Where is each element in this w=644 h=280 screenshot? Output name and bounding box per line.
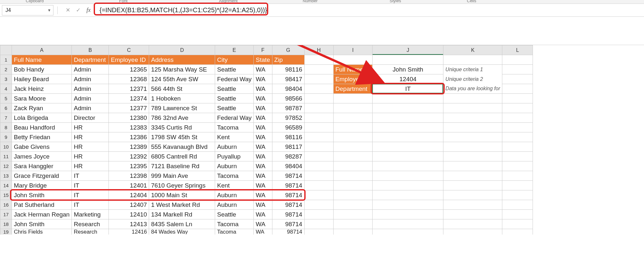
lookup-label-fullname[interactable]: Full Name (334, 65, 373, 74)
cell-address[interactable]: 7121 Baseline Rd (149, 161, 215, 171)
cell-department[interactable]: HR (72, 132, 109, 142)
cell-city[interactable]: Seattle (215, 94, 253, 103)
cell-city[interactable]: Federal Way (215, 113, 253, 122)
cell[interactable] (443, 219, 502, 229)
cell-department[interactable]: IT (72, 190, 109, 200)
select-all-corner[interactable] (0, 45, 12, 55)
cell[interactable] (443, 210, 502, 219)
cell-state[interactable]: WA (254, 65, 272, 74)
cell[interactable] (443, 152, 502, 161)
cell-employee-id[interactable]: 12401 (109, 181, 149, 190)
cell[interactable] (502, 74, 533, 84)
cell-fullname[interactable]: Bob Handy (12, 65, 71, 74)
cell[interactable] (443, 103, 502, 113)
name-box[interactable]: J4 ▼ (2, 5, 53, 15)
cell[interactable] (334, 94, 373, 103)
cell[interactable] (502, 161, 533, 171)
cell[interactable] (443, 171, 502, 180)
cell-fullname[interactable]: James Joyce (12, 152, 71, 161)
cell-zip[interactable]: 98714 (272, 200, 304, 209)
cell[interactable]: 98714 (272, 230, 304, 234)
row-header[interactable]: 15 (0, 190, 12, 200)
cell-address[interactable]: 125 Marsha Way SE (149, 65, 215, 74)
row-header[interactable]: 3 (0, 74, 12, 84)
cell-employee-id[interactable]: 12410 (109, 210, 149, 219)
cell-state[interactable]: WA (254, 152, 272, 161)
cell-employee-id[interactable]: 12365 (109, 65, 149, 74)
cell-zip[interactable]: 98714 (272, 210, 304, 219)
cell[interactable] (373, 103, 443, 113)
cell[interactable] (305, 142, 333, 151)
enter-button[interactable]: ✓ (74, 6, 83, 15)
cell[interactable] (373, 94, 443, 103)
header-state[interactable]: State (254, 55, 272, 64)
cell-department[interactable]: Admin (72, 94, 109, 103)
cell-address[interactable]: 555 Kavanaugh Blvd (149, 142, 215, 151)
cell[interactable]: Chris Fields (12, 230, 71, 234)
cell-state[interactable]: WA (254, 200, 272, 209)
col-header-D[interactable]: D (149, 45, 215, 55)
cell-zip[interactable]: 98117 (272, 142, 304, 151)
cell-address[interactable]: 134 Markell Rd (149, 210, 215, 219)
cell[interactable] (443, 132, 502, 142)
cell-zip[interactable]: 98566 (272, 94, 304, 103)
cell-employee-id[interactable]: 12380 (109, 113, 149, 122)
row-header[interactable]: 10 (0, 142, 12, 152)
cell-employee-id[interactable]: 12368 (109, 74, 149, 84)
cell[interactable] (443, 113, 502, 122)
cell-fullname[interactable]: Mary Bridge (12, 181, 71, 190)
cell[interactable] (443, 161, 502, 171)
spreadsheet-grid[interactable]: ABCDEFGHIJKL 1 Full Name Department Empl… (0, 45, 644, 235)
cell-department[interactable]: Marketing (72, 210, 109, 219)
cell-zip[interactable]: 96589 (272, 123, 304, 132)
col-header-L[interactable]: L (502, 45, 533, 55)
cell[interactable] (305, 113, 333, 122)
col-header-H[interactable]: H (304, 45, 333, 55)
cell[interactable] (305, 132, 333, 142)
cell-zip[interactable]: 98417 (272, 74, 304, 84)
cell-city[interactable]: Kent (215, 132, 253, 142)
cell[interactable] (502, 200, 533, 209)
cell-employee-id[interactable]: 12392 (109, 152, 149, 161)
cell-department[interactable]: Research (72, 219, 109, 229)
cell-address[interactable]: 6805 Cantrell Rd (149, 152, 215, 161)
cell-address[interactable]: 1 West Market Rd (149, 200, 215, 209)
cell[interactable] (373, 161, 443, 171)
cell[interactable] (502, 65, 533, 74)
cell-city[interactable]: Auburn (215, 200, 253, 209)
cell[interactable] (334, 181, 373, 190)
row-header[interactable]: 7 (0, 113, 12, 123)
col-header-C[interactable]: C (109, 45, 149, 55)
cell-fullname[interactable]: Lola Brigeda (12, 113, 71, 122)
cell[interactable]: Tacoma (215, 230, 253, 234)
cell-state[interactable]: WA (254, 132, 272, 142)
cell-zip[interactable]: 98404 (272, 161, 304, 171)
cell[interactable] (305, 65, 333, 74)
cell[interactable] (373, 190, 443, 200)
cell-address[interactable]: 124 55th Ave SW (149, 74, 215, 84)
cell[interactable] (373, 219, 443, 229)
cell[interactable] (305, 190, 333, 200)
cell[interactable] (334, 171, 373, 180)
cell-employee-id[interactable]: 12377 (109, 103, 149, 113)
cell-employee-id[interactable]: 12395 (109, 161, 149, 171)
cell-fullname[interactable]: Sara Hanggler (12, 161, 71, 171)
cell-state[interactable]: WA (254, 103, 272, 113)
cell-city[interactable]: Auburn (215, 190, 253, 200)
cell-department[interactable]: Admin (72, 103, 109, 113)
cell[interactable] (305, 200, 333, 209)
cell-employee-id[interactable]: 12374 (109, 94, 149, 103)
cell-address[interactable]: 1 Hoboken (149, 94, 215, 103)
cell[interactable] (502, 142, 533, 151)
cell-employee-id[interactable]: 12383 (109, 123, 149, 132)
cell-state[interactable]: WA (254, 181, 272, 190)
header-department[interactable]: Department (72, 55, 109, 64)
header-zip[interactable]: Zip (272, 55, 304, 64)
cell-city[interactable]: Seattle (215, 65, 253, 74)
row-header[interactable]: 18 (0, 219, 12, 229)
insert-function-button[interactable]: fx (84, 6, 93, 15)
cell[interactable] (334, 103, 373, 113)
cell[interactable] (502, 55, 533, 64)
cell-department[interactable]: Admin (72, 65, 109, 74)
cell-city[interactable]: Auburn (215, 161, 253, 171)
